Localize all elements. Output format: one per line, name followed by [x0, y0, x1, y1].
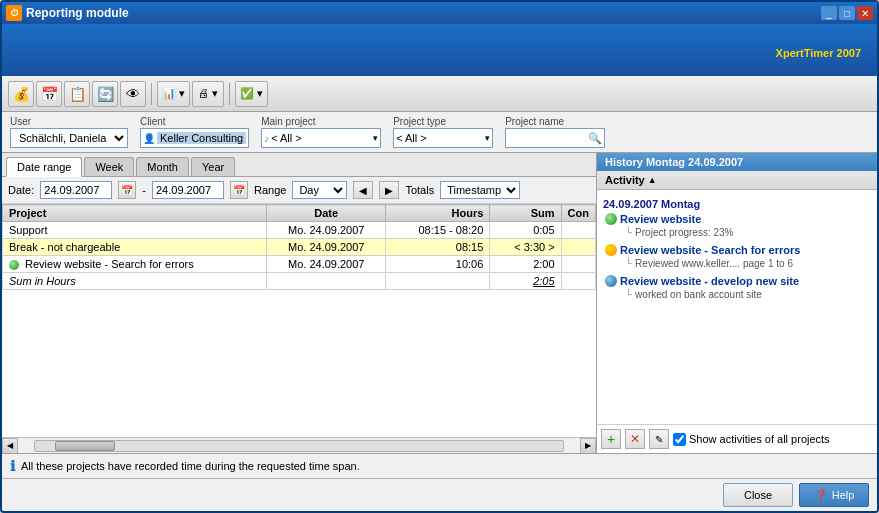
cell-project: Review website - Search for errors — [3, 256, 267, 273]
minimize-button[interactable]: _ — [821, 6, 837, 20]
date-to-picker-btn[interactable]: 📅 — [230, 181, 248, 199]
status-bar: ℹ All these projects have recorded time … — [2, 453, 877, 478]
activity-item[interactable]: Review website — [601, 212, 873, 226]
activity-sub-text-3: worked on bank account site — [635, 289, 762, 300]
date-row: Date: 📅 - 📅 Range DayWeekMonthYear ◀ ▶ T… — [2, 177, 596, 204]
date-to-input[interactable] — [152, 181, 224, 199]
filters-bar: User Schälchli, Daniela Client 👤 Keller … — [2, 112, 877, 153]
cell-sum-date — [267, 273, 386, 290]
close-button[interactable]: ✕ — [857, 6, 873, 20]
horizontal-scrollbar[interactable]: ◀ ▶ — [2, 437, 596, 453]
toolbar-btn-chart[interactable]: 📊 ▾ — [157, 81, 190, 107]
show-all-check[interactable]: Show activities of all projects — [673, 433, 830, 446]
tab-date-range[interactable]: Date range — [6, 157, 82, 177]
user-select[interactable]: Schälchli, Daniela — [10, 128, 128, 148]
activity-sub-1: └ Project progress: 23% — [601, 226, 873, 239]
project-type-select-container[interactable]: < All > ▾ — [393, 128, 493, 148]
totals-label: Totals — [405, 184, 434, 196]
toolbar-btn-check[interactable]: ✅ ▾ — [235, 81, 268, 107]
scroll-track[interactable] — [34, 440, 564, 452]
date-from-input[interactable] — [40, 181, 112, 199]
col-date: Date — [267, 205, 386, 222]
activity-label: Activity — [605, 174, 645, 186]
client-filter-group: Client 👤 Keller Consulting — [140, 116, 249, 148]
brand-header: XpertTimer 2007 — [2, 24, 877, 76]
table-row[interactable]: Support Mo. 24.09.2007 08:15 - 08:20 0:0… — [3, 222, 596, 239]
project-type-value: < All > — [396, 132, 427, 144]
status-message: All these projects have recorded time du… — [21, 460, 360, 472]
footer: Close ❓ Help — [2, 478, 877, 511]
toolbar-btn-reports[interactable]: 📋 — [64, 81, 90, 107]
help-button[interactable]: ❓ Help — [799, 483, 869, 507]
user-label: User — [10, 116, 128, 127]
activity-header: Activity ▲ — [597, 171, 877, 190]
activity-item[interactable]: Review website - Search for errors — [601, 243, 873, 257]
toolbar-separator-1 — [151, 83, 152, 105]
main-window: ⏱ Reporting module _ □ ✕ XpertTimer 2007… — [0, 0, 879, 513]
delete-activity-btn[interactable]: ✕ — [625, 429, 645, 449]
scroll-thumb[interactable] — [55, 441, 115, 451]
client-select-container[interactable]: 👤 Keller Consulting — [140, 128, 249, 148]
scroll-right-btn[interactable]: ▶ — [580, 438, 596, 454]
range-select[interactable]: DayWeekMonthYear — [292, 181, 347, 199]
tree-line-2: └ — [625, 258, 632, 269]
toolbar-btn-print[interactable]: 🖨 ▾ — [192, 81, 224, 107]
table-container: Project Date Hours Sum Con Support Mo. 2… — [2, 204, 596, 437]
tree-line-3: └ — [625, 289, 632, 300]
toolbar-btn-refresh[interactable]: 🔄 — [92, 81, 118, 107]
cell-hours: 08:15 - 08:20 — [386, 222, 490, 239]
client-person-icon: 👤 — [143, 133, 155, 144]
table-row[interactable]: Break - not chargeable Mo. 24.09.2007 08… — [3, 239, 596, 256]
add-activity-btn[interactable]: + — [601, 429, 621, 449]
activity-sub-text-2: Reviewed www.keller.... page 1 to 6 — [635, 258, 793, 269]
main-project-filter-group: Main project ♪ < All > ▾ — [261, 116, 381, 148]
activity-list: 24.09.2007 Montag Review website └ Proje… — [597, 190, 877, 424]
range-label: Range — [254, 184, 286, 196]
main-project-dropdown-icon: ▾ — [373, 133, 378, 143]
col-hours: Hours — [386, 205, 490, 222]
cell-con — [561, 222, 595, 239]
project-type-dropdown-icon: ▾ — [485, 133, 490, 143]
project-name-select-container[interactable]: 🔍 — [505, 128, 605, 148]
toolbar-btn-calendar[interactable]: 📅 — [36, 81, 62, 107]
main-content: Date range Week Month Year Date: 📅 - 📅 R… — [2, 153, 877, 453]
table-row[interactable]: Review website - Search for errors Mo. 2… — [3, 256, 596, 273]
app-icon: ⏱ — [6, 5, 22, 21]
table-row-sum[interactable]: Sum in Hours 2:05 — [3, 273, 596, 290]
window-title: Reporting module — [26, 6, 129, 20]
brand-main: XpertTimer — [776, 47, 834, 59]
scroll-left-btn[interactable]: ◀ — [2, 438, 18, 454]
activity-title-2: Review website - Search for errors — [620, 244, 800, 256]
date-label: Date: — [8, 184, 34, 196]
activity-date-heading: 24.09.2007 Montag — [601, 194, 873, 212]
user-filter-group: User Schälchli, Daniela — [10, 116, 128, 148]
main-project-label: Main project — [261, 116, 381, 127]
edit-activity-btn[interactable]: ✎ — [649, 429, 669, 449]
status-info-icon: ℹ — [10, 458, 15, 474]
col-con: Con — [561, 205, 595, 222]
main-project-select-container[interactable]: ♪ < All > ▾ — [261, 128, 381, 148]
help-label: Help — [832, 489, 855, 501]
date-from-picker-btn[interactable]: 📅 — [118, 181, 136, 199]
totals-select[interactable]: TimestampsHoursBoth — [440, 181, 520, 199]
show-all-label: Show activities of all projects — [689, 433, 830, 445]
tab-month[interactable]: Month — [136, 157, 189, 176]
maximize-button[interactable]: □ — [839, 6, 855, 20]
tab-year[interactable]: Year — [191, 157, 235, 176]
main-project-value: < All > — [271, 132, 302, 144]
title-buttons: _ □ ✕ — [821, 6, 873, 20]
project-name-search-icon[interactable]: 🔍 — [588, 132, 602, 145]
left-panel: Date range Week Month Year Date: 📅 - 📅 R… — [2, 153, 597, 453]
close-button[interactable]: Close — [723, 483, 793, 507]
show-all-checkbox[interactable] — [673, 433, 686, 446]
prev-nav-btn[interactable]: ◀ — [353, 181, 373, 199]
toolbar-btn-view[interactable]: 👁 — [120, 81, 146, 107]
activity-icon-3 — [605, 275, 617, 287]
tab-week[interactable]: Week — [84, 157, 134, 176]
activity-item[interactable]: Review website - develop new site — [601, 274, 873, 288]
toolbar-btn-dollar[interactable]: 💰 — [8, 81, 34, 107]
next-nav-btn[interactable]: ▶ — [379, 181, 399, 199]
title-bar-left: ⏱ Reporting module — [6, 5, 129, 21]
history-title: History Montag 24.09.2007 — [605, 156, 743, 168]
col-sum: Sum — [490, 205, 561, 222]
